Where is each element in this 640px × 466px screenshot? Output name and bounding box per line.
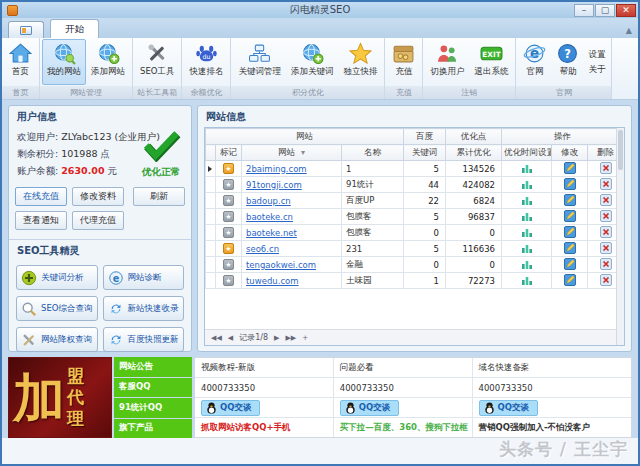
delete-icon[interactable] <box>600 198 612 208</box>
minimize-button[interactable]: – <box>574 4 594 17</box>
qq-chat-button[interactable]: QQ交谈 <box>340 400 399 416</box>
optimize-time-chart-icon[interactable] <box>521 214 533 224</box>
col-header-name[interactable]: 名称 <box>342 145 404 161</box>
delete-icon[interactable] <box>600 278 612 288</box>
mark-star-icon[interactable]: ★ <box>223 227 234 238</box>
mark-star-icon[interactable]: ★ <box>223 259 234 270</box>
ribbon-button-home[interactable]: 首页 <box>4 39 37 85</box>
announcement-1[interactable]: 视频教程-新版 <box>195 358 333 377</box>
product-3[interactable]: 营销QQ强制加入-不怕没客户 <box>473 418 631 437</box>
site-domain-link[interactable]: seo6.cn <box>244 244 279 254</box>
table-row[interactable]: ★ 91tongji.com 91统计 44 424082 <box>206 177 624 193</box>
ribbon-button-money[interactable]: 充值 <box>387 39 420 85</box>
edit-icon[interactable] <box>564 166 576 176</box>
announcement-2[interactable]: 问题必看 <box>334 358 472 377</box>
table-scrollbar[interactable] <box>616 128 624 345</box>
ribbon-button-globe-search[interactable]: 我的网站 <box>42 39 86 85</box>
site-domain-link[interactable]: 2baiming.com <box>244 164 307 174</box>
optimize-time-chart-icon[interactable] <box>521 278 533 288</box>
table-row[interactable]: ★ tuwedu.com 土味园 1 72273 <box>206 273 624 289</box>
mark-star-icon[interactable]: ★ <box>223 243 234 254</box>
mark-star-icon[interactable]: ★ <box>223 275 234 286</box>
delete-icon[interactable] <box>600 182 612 192</box>
optimize-time-chart-icon[interactable] <box>521 182 533 192</box>
group-header-site[interactable]: 网站 <box>206 129 404 145</box>
site-diagnosis-button[interactable]: e 网站诊断 <box>103 265 185 290</box>
col-header-time[interactable]: 优化时间设置 <box>502 145 552 161</box>
edit-icon[interactable] <box>564 230 576 240</box>
col-header-keywords[interactable]: 关键词 <box>404 145 446 161</box>
table-row[interactable]: ★ baoteke.cn 包膜客 5 96837 <box>206 209 624 225</box>
product-1[interactable]: 抓取网站访客QQ+手机 <box>195 418 333 437</box>
site-domain-link[interactable]: 91tongji.com <box>244 180 302 190</box>
delete-icon[interactable] <box>600 262 612 272</box>
optimize-time-chart-icon[interactable] <box>521 246 533 256</box>
site-domain-link[interactable]: tuwedu.com <box>244 276 299 286</box>
edit-icon[interactable] <box>564 198 576 208</box>
site-domain-link[interactable]: baoteke.net <box>244 228 297 238</box>
optimize-time-chart-icon[interactable] <box>521 262 533 272</box>
view-notice-button[interactable]: 查看通知 <box>15 211 67 230</box>
col-header-site[interactable]: 网站▾ <box>242 145 342 161</box>
optimize-time-chart-icon[interactable] <box>521 198 533 208</box>
delete-icon[interactable] <box>600 246 612 256</box>
col-header-total[interactable]: 累计优化 <box>446 145 502 161</box>
edit-icon[interactable] <box>564 278 576 288</box>
snapshot-update-button[interactable]: 百度快照更新 <box>103 327 185 352</box>
ribbon-button-network[interactable]: 关键词管理 <box>233 39 286 85</box>
table-row[interactable]: ★ seo6.cn 231 5 116636 <box>206 241 624 257</box>
site-domain-link[interactable]: tengaokwei.com <box>244 260 316 270</box>
downgrade-query-button[interactable]: 网站降权查询 <box>16 327 98 352</box>
recharge-online-button[interactable]: 在线充值 <box>15 187 67 206</box>
ribbon-button-globe-add[interactable]: 添加关键词 <box>286 39 339 85</box>
mark-star-icon[interactable]: ★ <box>223 163 234 174</box>
ribbon-button-exit[interactable]: EXIT退出系统 <box>469 39 513 85</box>
mark-star-icon[interactable]: ★ <box>223 211 234 222</box>
edit-icon[interactable] <box>564 182 576 192</box>
ribbon-button-tools[interactable]: SEO工具 <box>135 39 179 85</box>
optimize-time-chart-icon[interactable] <box>521 166 533 176</box>
site-domain-link[interactable]: badoup.cn <box>244 196 291 206</box>
edit-icon[interactable] <box>564 262 576 272</box>
col-header-edit[interactable]: 修改 <box>552 145 588 161</box>
refresh-button[interactable]: 刷新 <box>133 187 185 206</box>
ribbon-button-globe-add[interactable]: 添加网站 <box>86 39 130 85</box>
ribbon-button-ie[interactable]: e官网 <box>518 39 551 85</box>
edit-icon[interactable] <box>564 214 576 224</box>
site-domain-link[interactable]: baoteke.cn <box>244 212 293 222</box>
ribbon-button-baidu-paw[interactable]: du快速排名 <box>184 39 228 85</box>
first-page-icon[interactable]: ◀◀ <box>211 334 222 342</box>
last-page-icon[interactable]: ▶▶ <box>285 334 296 342</box>
collapse-ribbon-icon[interactable]: ▲ <box>626 26 632 35</box>
keyword-analysis-button[interactable]: 关键词分析 <box>16 265 98 290</box>
prev-page-icon[interactable]: ◀ <box>228 334 233 342</box>
qq-chat-button[interactable]: QQ交谈 <box>201 400 260 416</box>
edit-profile-button[interactable]: 修改资料 <box>72 187 124 206</box>
tab-start[interactable]: 开始 <box>50 19 99 38</box>
table-row[interactable]: ★ tengaokwei.com 金融 0 0 <box>206 257 624 273</box>
mark-star-icon[interactable]: ★ <box>223 195 234 206</box>
add-row-icon[interactable]: + <box>302 334 308 342</box>
ribbon-button-users[interactable]: 切换用户 <box>425 39 469 85</box>
ribbon-button-star[interactable]: 独立快排 <box>338 39 382 85</box>
close-button[interactable]: ✕ <box>616 4 636 17</box>
announcement-3[interactable]: 域名快速备案 <box>473 358 631 377</box>
maximize-button[interactable]: ▢ <box>595 4 615 17</box>
table-row[interactable]: ★ badoup.cn 百度UP 22 6824 <box>206 193 624 209</box>
delete-icon[interactable] <box>600 166 612 176</box>
delete-icon[interactable] <box>600 214 612 224</box>
qq-chat-button[interactable]: QQ交谈 <box>479 400 538 416</box>
product-2[interactable]: 买下拉—百度、360、搜狗下拉框 <box>334 418 472 437</box>
table-row[interactable]: ★ baoteke.net 包膜客 0 0 <box>206 225 624 241</box>
edit-icon[interactable] <box>564 246 576 256</box>
file-menu-button[interactable] <box>8 21 44 38</box>
ribbon-small-button[interactable]: 设置 <box>588 49 605 61</box>
next-page-icon[interactable]: ▶ <box>274 334 279 342</box>
fast-include-button[interactable]: 新站快速收录 <box>103 296 185 321</box>
col-header-mark[interactable]: 标记 <box>216 145 242 161</box>
join-agent-banner[interactable]: 加 盟 代 理 <box>8 357 112 438</box>
delete-icon[interactable] <box>600 230 612 240</box>
mark-star-icon[interactable]: ★ <box>223 179 234 190</box>
ribbon-small-button[interactable]: 关于 <box>588 64 605 76</box>
table-row[interactable]: ★ 2baiming.com 1 5 134526 <box>206 161 624 177</box>
